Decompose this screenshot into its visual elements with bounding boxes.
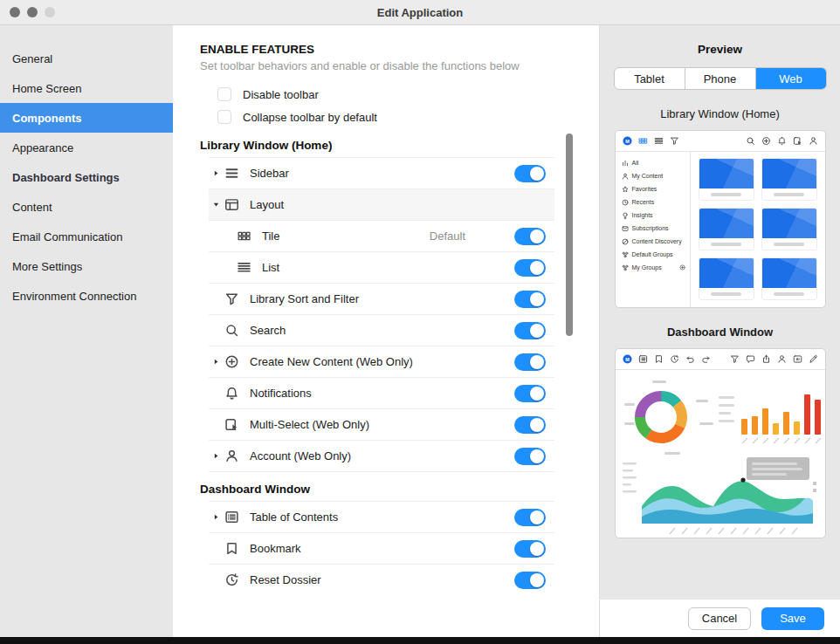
person-icon bbox=[809, 136, 818, 146]
close-button[interactable] bbox=[10, 7, 20, 17]
toggle-switch[interactable] bbox=[514, 572, 546, 589]
content-thumbnail bbox=[761, 158, 817, 201]
m-plus-icon[interactable] bbox=[679, 264, 685, 271]
feature-row-search[interactable]: Search bbox=[209, 315, 554, 346]
cancel-button[interactable]: Cancel bbox=[688, 607, 751, 630]
feature-label: Multi-Select (Web Only) bbox=[250, 418, 369, 431]
sidebar-item-appearance[interactable]: Appearance bbox=[0, 133, 173, 162]
plus-circle-icon bbox=[224, 354, 239, 369]
toggle-switch[interactable] bbox=[514, 259, 546, 277]
minimize-button[interactable] bbox=[27, 7, 38, 17]
library-sidebar-item-content-discovery[interactable]: Content Discovery bbox=[622, 235, 690, 248]
disclosure-spacer bbox=[209, 573, 223, 587]
sidebar-item-home-screen[interactable]: Home Screen bbox=[0, 73, 173, 103]
chevron-right-icon[interactable] bbox=[209, 355, 223, 369]
toggle-switch[interactable] bbox=[514, 540, 546, 558]
library-sidebar-label: Insights bbox=[632, 212, 653, 218]
content-thumbnail bbox=[761, 257, 817, 300]
feature-row-sidebar[interactable]: Sidebar bbox=[209, 158, 554, 189]
sidebar-item-general[interactable]: General bbox=[0, 44, 173, 73]
toolbar-checkboxes: Disable toolbarCollapse toolbar by defau… bbox=[217, 83, 599, 128]
feature-row-multi-select-web-only[interactable]: Multi-Select (Web Only) bbox=[209, 409, 554, 441]
sidebar-item-content[interactable]: Content bbox=[0, 192, 173, 222]
toggle-switch[interactable] bbox=[514, 165, 546, 182]
checkbox-row-collapse-toolbar-by-default: Collapse toolbar by default bbox=[217, 106, 599, 128]
library-preview-toolbar: M bbox=[616, 131, 825, 152]
dashboard-preview-toolbar: MAI bbox=[616, 349, 825, 370]
feature-rows: Table of ContentsBookmarkReset DossierUn… bbox=[209, 501, 554, 591]
feature-row-library-sort-and-filter[interactable]: Library Sort and Filter bbox=[209, 284, 554, 315]
group-header-library-window-home: Library Window (Home) bbox=[200, 139, 599, 152]
feature-row-list[interactable]: List bbox=[209, 252, 554, 284]
list-icon bbox=[654, 136, 664, 146]
library-sidebar-item-default-groups[interactable]: Default Groups bbox=[622, 248, 690, 261]
disclosure-spacer bbox=[209, 230, 235, 243]
chevron-right-icon[interactable] bbox=[209, 449, 223, 463]
library-sidebar-item-subscriptions[interactable]: Subscriptions bbox=[622, 222, 690, 235]
titlebar: Edit Application bbox=[0, 0, 840, 25]
tab-tablet[interactable]: Tablet bbox=[615, 68, 685, 89]
toggle-switch[interactable] bbox=[514, 509, 546, 526]
chevron-down-icon[interactable] bbox=[209, 198, 223, 212]
sidebar-item-more-settings[interactable]: More Settings bbox=[0, 251, 173, 281]
library-preview-card: M AllMy ContentFavoritesRecentsInsightsS… bbox=[615, 130, 826, 308]
checkbox-collapse-toolbar-by-default[interactable] bbox=[217, 110, 231, 124]
chevron-right-icon[interactable] bbox=[209, 167, 223, 181]
preview-device-tabs: TabletPhoneWeb bbox=[614, 67, 827, 90]
tab-web[interactable]: Web bbox=[756, 68, 826, 89]
toggle-switch[interactable] bbox=[514, 353, 546, 371]
sidebar-item-email-communication[interactable]: Email Communication bbox=[0, 222, 173, 251]
checkbox-disable-toolbar[interactable] bbox=[217, 87, 231, 101]
feature-row-create-new-content-web-only[interactable]: Create New Content (Web Only) bbox=[209, 346, 554, 378]
enable-features-subheading: Set toolbar behaviors and enable or disa… bbox=[200, 59, 599, 72]
disclosure-spacer bbox=[209, 542, 223, 556]
content-thumbnail bbox=[699, 208, 754, 250]
edit-application-window: Edit Application GeneralHome ScreenCompo… bbox=[0, 0, 840, 644]
logo-icon: M bbox=[623, 354, 632, 364]
logo-icon: M bbox=[623, 136, 632, 146]
library-sidebar-item-all[interactable]: All bbox=[622, 156, 690, 169]
feature-list: Library Window (Home)SidebarLayoutTileDe… bbox=[200, 139, 599, 591]
list-icon bbox=[237, 260, 251, 275]
toggle-switch[interactable] bbox=[514, 291, 546, 308]
library-sidebar-item-my-groups[interactable]: My Groups bbox=[622, 261, 690, 274]
library-sidebar-item-insights[interactable]: Insights bbox=[622, 209, 690, 222]
sidebar-item-label: Appearance bbox=[12, 141, 73, 154]
svg-text:M: M bbox=[625, 357, 630, 362]
feature-row-tile[interactable]: TileDefault bbox=[209, 221, 554, 252]
sidebar-item-label: Components bbox=[12, 112, 81, 125]
chevron-right-icon[interactable] bbox=[209, 510, 223, 524]
library-sidebar-item-my-content[interactable]: My Content bbox=[622, 169, 690, 182]
zoom-button[interactable] bbox=[45, 7, 55, 17]
sidebar-item-environment-connection[interactable]: Environment Connection bbox=[0, 281, 173, 311]
checkbox-label: Disable toolbar bbox=[243, 88, 319, 101]
feature-row-bookmark[interactable]: Bookmark bbox=[209, 533, 554, 565]
feature-row-table-of-contents[interactable]: Table of Contents bbox=[209, 502, 554, 533]
feature-label: Layout bbox=[250, 198, 284, 211]
scrollbar-thumb[interactable] bbox=[566, 134, 573, 336]
feature-row-notifications[interactable]: Notifications bbox=[209, 378, 554, 409]
feature-row-reset-dossier[interactable]: Reset Dossier bbox=[209, 565, 554, 591]
toggle-switch[interactable] bbox=[514, 228, 546, 245]
toggle-switch[interactable] bbox=[514, 448, 546, 465]
reset-icon bbox=[670, 354, 679, 364]
undo-icon bbox=[685, 354, 695, 364]
m-compass-icon bbox=[622, 238, 629, 245]
redo-icon bbox=[701, 354, 711, 364]
sidebar-item-dashboard-settings[interactable]: Dashboard Settings bbox=[0, 162, 173, 192]
toggle-switch[interactable] bbox=[514, 385, 546, 402]
toggle-switch[interactable] bbox=[514, 416, 546, 434]
library-sidebar-item-favorites[interactable]: Favorites bbox=[622, 182, 690, 195]
tile-icon bbox=[237, 229, 251, 243]
library-sidebar-item-recents[interactable]: Recents bbox=[622, 195, 690, 209]
sidebar-item-components[interactable]: Components bbox=[0, 103, 173, 133]
bookmark-icon bbox=[654, 354, 664, 364]
save-button[interactable]: Save bbox=[761, 607, 824, 630]
feature-row-account-web-only[interactable]: Account (Web Only) bbox=[209, 441, 554, 472]
tab-phone[interactable]: Phone bbox=[685, 68, 756, 89]
m-person-icon bbox=[622, 173, 629, 180]
feature-row-layout[interactable]: Layout bbox=[209, 189, 554, 221]
toggle-switch[interactable] bbox=[514, 322, 546, 339]
settings-sidebar: GeneralHome ScreenComponentsAppearanceDa… bbox=[0, 25, 173, 637]
toc-icon bbox=[638, 354, 648, 364]
